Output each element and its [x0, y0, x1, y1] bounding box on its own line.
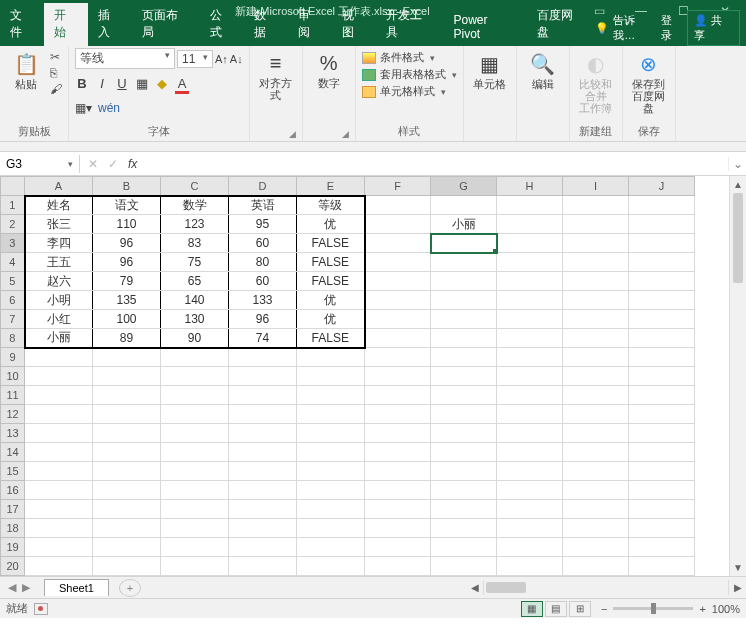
cell-E2[interactable]: 优 [297, 215, 365, 234]
ruby-button[interactable]: wén [98, 101, 120, 115]
cells-button[interactable]: ▦ 单元格 [470, 48, 510, 90]
hscroll-thumb[interactable] [486, 582, 526, 593]
cell-J4[interactable] [629, 253, 695, 272]
cell-D7[interactable]: 96 [229, 310, 297, 329]
cell-J1[interactable] [629, 196, 695, 215]
scroll-right-icon[interactable]: ▶ [729, 582, 746, 593]
cell-G18[interactable] [431, 519, 497, 538]
cell-F2[interactable] [365, 215, 431, 234]
cell-F4[interactable] [365, 253, 431, 272]
cell-G7[interactable] [431, 310, 497, 329]
cell-H1[interactable] [497, 196, 563, 215]
tab-baidu[interactable]: 百度网盘 [527, 3, 595, 46]
cell-G13[interactable] [431, 424, 497, 443]
cell-D2[interactable]: 95 [229, 215, 297, 234]
cell-D4[interactable]: 80 [229, 253, 297, 272]
cancel-icon[interactable]: ✕ [88, 157, 98, 171]
zoom-out-button[interactable]: − [601, 603, 607, 615]
cut-icon[interactable]: ✂ [50, 50, 62, 64]
cell-B16[interactable] [93, 481, 161, 500]
cell-H16[interactable] [497, 481, 563, 500]
cell-F18[interactable] [365, 519, 431, 538]
cell-H14[interactable] [497, 443, 563, 462]
cell-B14[interactable] [93, 443, 161, 462]
cell-A13[interactable] [25, 424, 93, 443]
cell-F17[interactable] [365, 500, 431, 519]
cell-I5[interactable] [563, 272, 629, 291]
cell-B1[interactable]: 语文 [93, 196, 161, 215]
row-header-14[interactable]: 14 [1, 443, 25, 462]
expand-formula-bar[interactable]: ⌄ [728, 157, 746, 171]
increase-font-icon[interactable]: A↑ [215, 53, 228, 65]
page-layout-view-button[interactable]: ▤ [545, 601, 567, 617]
cell-J9[interactable] [629, 348, 695, 367]
cell-B7[interactable]: 100 [93, 310, 161, 329]
cell-A16[interactable] [25, 481, 93, 500]
col-header-J[interactable]: J [629, 177, 695, 196]
cell-A8[interactable]: 小丽 [25, 329, 93, 348]
cell-C7[interactable]: 130 [161, 310, 229, 329]
cell-G4[interactable] [431, 253, 497, 272]
col-header-E[interactable]: E [297, 177, 365, 196]
cell-E3[interactable]: FALSE [297, 234, 365, 253]
cell-E18[interactable] [297, 519, 365, 538]
cell-D8[interactable]: 74 [229, 329, 297, 348]
cell-G5[interactable] [431, 272, 497, 291]
cell-F13[interactable] [365, 424, 431, 443]
formula-input[interactable] [145, 162, 728, 166]
cell-I2[interactable] [563, 215, 629, 234]
cell-B11[interactable] [93, 386, 161, 405]
cell-B3[interactable]: 96 [93, 234, 161, 253]
border-button[interactable]: ▦ [135, 76, 149, 94]
cell-C14[interactable] [161, 443, 229, 462]
cell-B20[interactable] [93, 557, 161, 576]
cell-C1[interactable]: 数学 [161, 196, 229, 215]
cell-D15[interactable] [229, 462, 297, 481]
cell-B2[interactable]: 110 [93, 215, 161, 234]
underline-button[interactable]: U [115, 76, 129, 94]
cell-F1[interactable] [365, 196, 431, 215]
cell-F8[interactable] [365, 329, 431, 348]
dialog-launcher-icon[interactable]: ◢ [342, 129, 349, 139]
font-color-button[interactable]: A [175, 76, 189, 94]
cell-J15[interactable] [629, 462, 695, 481]
cell-I18[interactable] [563, 519, 629, 538]
add-sheet-button[interactable]: + [119, 579, 141, 597]
col-header-D[interactable]: D [229, 177, 297, 196]
cell-A5[interactable]: 赵六 [25, 272, 93, 291]
cell-C8[interactable]: 90 [161, 329, 229, 348]
cell-G10[interactable] [431, 367, 497, 386]
row-header-19[interactable]: 19 [1, 538, 25, 557]
cell-C16[interactable] [161, 481, 229, 500]
dialog-launcher-icon[interactable]: ◢ [289, 129, 296, 139]
cell-I17[interactable] [563, 500, 629, 519]
tab-insert[interactable]: 插入 [88, 3, 132, 46]
cell-C6[interactable]: 140 [161, 291, 229, 310]
cell-H20[interactable] [497, 557, 563, 576]
cell-E11[interactable] [297, 386, 365, 405]
cell-C15[interactable] [161, 462, 229, 481]
cell-H11[interactable] [497, 386, 563, 405]
row-header-16[interactable]: 16 [1, 481, 25, 500]
cell-H19[interactable] [497, 538, 563, 557]
cell-E8[interactable]: FALSE [297, 329, 365, 348]
sheet-nav-prev-icon[interactable]: ◀ [8, 581, 16, 594]
cell-F11[interactable] [365, 386, 431, 405]
cell-E9[interactable] [297, 348, 365, 367]
alignment-button[interactable]: ≡ 对齐方式 [256, 48, 296, 101]
cell-H10[interactable] [497, 367, 563, 386]
cell-J14[interactable] [629, 443, 695, 462]
col-header-H[interactable]: H [497, 177, 563, 196]
cell-F5[interactable] [365, 272, 431, 291]
page-break-view-button[interactable]: ⊞ [569, 601, 591, 617]
cell-J20[interactable] [629, 557, 695, 576]
cell-B6[interactable]: 135 [93, 291, 161, 310]
cell-J3[interactable] [629, 234, 695, 253]
cell-B15[interactable] [93, 462, 161, 481]
tell-me[interactable]: 告诉我… [613, 13, 657, 43]
cell-D10[interactable] [229, 367, 297, 386]
cell-H18[interactable] [497, 519, 563, 538]
cell-J8[interactable] [629, 329, 695, 348]
cell-H17[interactable] [497, 500, 563, 519]
cell-G14[interactable] [431, 443, 497, 462]
